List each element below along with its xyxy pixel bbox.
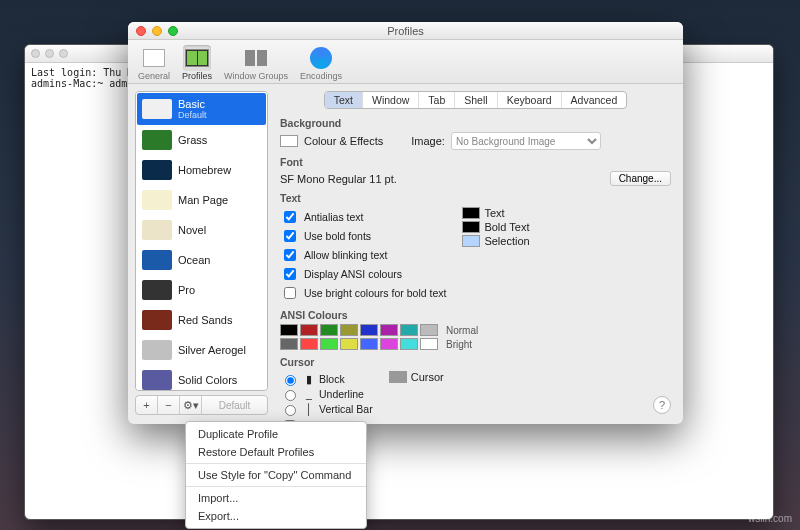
radio-icon[interactable] (285, 405, 296, 416)
radio-icon[interactable] (285, 375, 296, 386)
tab-keyboard[interactable]: Keyboard (498, 92, 562, 108)
checkbox-label: Use bright colours for bold text (304, 287, 446, 299)
text-option-bright[interactable]: Use bright colours for bold text (280, 284, 446, 302)
traffic-close-inactive[interactable] (31, 49, 40, 58)
background-colour-swatch[interactable] (280, 135, 298, 147)
menu-item[interactable]: Export... (186, 507, 366, 525)
traffic-zoom-inactive[interactable] (59, 49, 68, 58)
ansi-swatch[interactable] (320, 338, 338, 350)
checkbox-icon[interactable] (284, 211, 296, 223)
ansi-swatch[interactable] (380, 324, 398, 336)
profile-item-solid-colors[interactable]: Solid Colors (137, 365, 266, 391)
tab-window[interactable]: Window (363, 92, 419, 108)
profile-thumbnail (142, 160, 172, 180)
menu-item[interactable]: Use Style for "Copy" Command (186, 466, 366, 484)
font-heading: Font (280, 156, 671, 168)
ansi-swatch[interactable] (420, 324, 438, 336)
profile-name: Man Page (178, 194, 228, 206)
profile-item-novel[interactable]: Novel (137, 215, 266, 245)
profile-thumbnail (142, 280, 172, 300)
change-font-button[interactable]: Change... (610, 171, 671, 186)
text-option[interactable]: Allow blinking text (280, 246, 446, 264)
ansi-swatch[interactable] (280, 324, 298, 336)
toolbar-label: General (138, 71, 170, 81)
background-image-select[interactable]: No Background Image (451, 132, 601, 150)
cursor-option[interactable]: │Vertical Bar (280, 402, 373, 416)
ansi-swatch[interactable] (340, 338, 358, 350)
checkbox-icon[interactable] (284, 230, 296, 242)
text-option[interactable]: Display ANSI colours (280, 265, 446, 283)
radio-icon[interactable] (285, 390, 296, 401)
menu-item[interactable]: Restore Default Profiles (186, 443, 366, 461)
ansi-swatch[interactable] (360, 338, 378, 350)
toolbar-wg[interactable]: Window Groups (224, 43, 288, 83)
remove-profile-button[interactable]: − (158, 396, 180, 414)
ansi-swatch[interactable] (400, 324, 418, 336)
checkbox-icon[interactable] (284, 287, 296, 299)
ansi-swatch[interactable] (280, 338, 298, 350)
checkbox-icon[interactable] (284, 249, 296, 261)
profile-actions-button[interactable]: ⚙︎▾ (180, 396, 202, 414)
profile-thumbnail (142, 370, 172, 390)
ansi-swatch[interactable] (300, 324, 318, 336)
text-colour-swatch[interactable] (462, 235, 480, 247)
cursor-heading: Cursor (280, 356, 671, 368)
toolbar-label: Profiles (182, 71, 212, 81)
cursor-option[interactable]: ▮Block (280, 372, 373, 386)
profile-item-ocean[interactable]: Ocean (137, 245, 266, 275)
profile-thumbnail (142, 310, 172, 330)
profile-thumbnail (142, 250, 172, 270)
text-colour-swatch[interactable] (462, 207, 480, 219)
help-button[interactable]: ? (653, 396, 671, 414)
cursor-option[interactable]: _Underline (280, 387, 373, 401)
ansi-swatch[interactable] (400, 338, 418, 350)
profile-item-pro[interactable]: Pro (137, 275, 266, 305)
ansi-swatch[interactable] (320, 324, 338, 336)
profile-item-grass[interactable]: Grass (137, 125, 266, 155)
ansi-swatch[interactable] (300, 338, 318, 350)
profile-item-basic[interactable]: BasicDefault (137, 93, 266, 125)
toolbar-general[interactable]: General (138, 43, 170, 83)
wg-icon (242, 45, 270, 71)
checkbox-icon[interactable] (284, 268, 296, 280)
toolbar-enc[interactable]: Encodings (300, 43, 342, 83)
profile-item-silver-aerogel[interactable]: Silver Aerogel (137, 335, 266, 365)
ansi-row-label: Bright (446, 339, 472, 350)
toolbar-profiles[interactable]: Profiles (182, 43, 212, 83)
profile-list[interactable]: BasicDefaultGrassHomebrewMan PageNovelOc… (135, 91, 268, 391)
traffic-min-inactive[interactable] (45, 49, 54, 58)
tab-tab[interactable]: Tab (419, 92, 455, 108)
background-heading: Background (280, 117, 671, 129)
profile-item-red-sands[interactable]: Red Sands (137, 305, 266, 335)
settings-tabs: TextWindowTabShellKeyboardAdvanced (280, 91, 671, 109)
tab-text[interactable]: Text (325, 92, 363, 108)
ansi-swatch[interactable] (380, 338, 398, 350)
profile-item-man-page[interactable]: Man Page (137, 185, 266, 215)
text-colour-swatch[interactable] (462, 221, 480, 233)
profile-thumbnail (142, 220, 172, 240)
prefs-toolbar: GeneralProfilesWindow GroupsEncodings (128, 40, 683, 84)
set-default-button[interactable]: Default (202, 396, 267, 414)
text-option[interactable]: Use bold fonts (280, 227, 446, 245)
add-profile-button[interactable]: + (136, 396, 158, 414)
profile-name: Pro (178, 284, 195, 296)
tab-shell[interactable]: Shell (455, 92, 497, 108)
text-heading: Text (280, 192, 671, 204)
checkbox-label: Antialias text (304, 211, 364, 223)
checkbox-label: Display ANSI colours (304, 268, 402, 280)
profile-thumbnail (142, 190, 172, 210)
tab-advanced[interactable]: Advanced (562, 92, 627, 108)
prefs-titlebar: Profiles (128, 22, 683, 40)
profile-thumbnail (142, 340, 172, 360)
profile-name: Ocean (178, 254, 210, 266)
menu-item[interactable]: Import... (186, 489, 366, 507)
menu-item[interactable]: Duplicate Profile (186, 425, 366, 443)
profile-settings-pane: TextWindowTabShellKeyboardAdvanced Backg… (268, 84, 683, 424)
cursor-colour-swatch[interactable] (389, 371, 407, 383)
ansi-swatch[interactable] (420, 338, 438, 350)
text-option[interactable]: Antialias text (280, 208, 446, 226)
ansi-swatch[interactable] (360, 324, 378, 336)
ansi-swatch[interactable] (340, 324, 358, 336)
enc-icon (307, 45, 335, 71)
profile-item-homebrew[interactable]: Homebrew (137, 155, 266, 185)
